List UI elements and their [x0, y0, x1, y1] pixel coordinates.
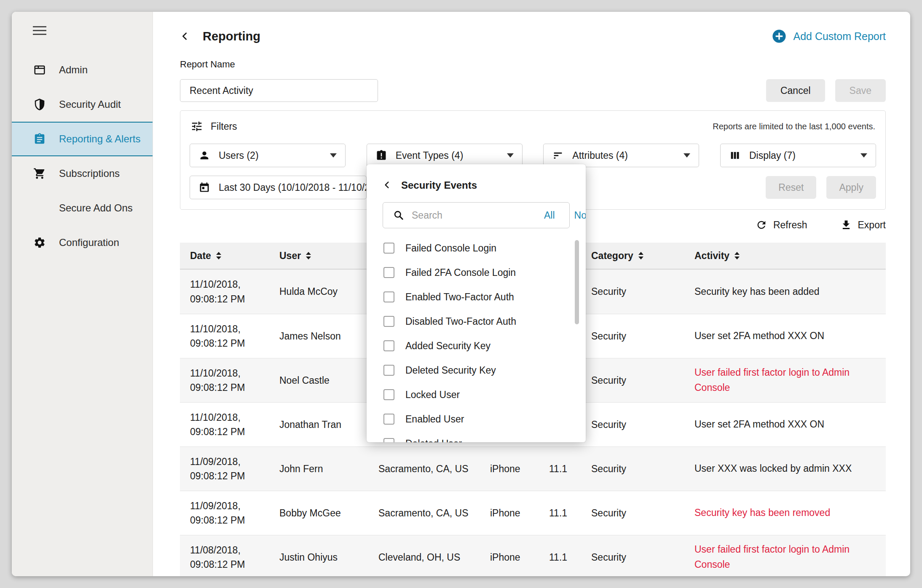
user-icon	[198, 150, 210, 161]
popup-scrollbar[interactable]	[575, 240, 579, 324]
caret-down-icon	[507, 153, 514, 158]
event-type-option[interactable]: Enabled Two-Factor Auth	[367, 285, 586, 309]
refresh-icon	[756, 219, 767, 231]
sidebar-item-reporting-alerts[interactable]: Reporting & Alerts	[12, 122, 153, 156]
main-content: Reporting Add Custom Report Report Name …	[153, 12, 910, 576]
sidebar-item-label: Reporting & Alerts	[59, 133, 140, 145]
checkbox[interactable]	[383, 389, 394, 400]
event-type-option[interactable]: Locked User	[367, 382, 586, 407]
shield-icon	[33, 98, 46, 111]
back-icon[interactable]	[180, 32, 189, 41]
plus-circle-icon	[772, 29, 786, 43]
column-header-category[interactable]: Category	[591, 243, 694, 269]
caret-down-icon	[330, 153, 337, 158]
sidebar-item-security-audit[interactable]: Security Audit	[12, 87, 153, 122]
caret-down-icon	[860, 153, 867, 158]
sidebar-item-subscriptions[interactable]: Subscriptions	[12, 156, 153, 191]
date-range-dropdown[interactable]: Last 30 Days (10/10/2018 - 11/10/20	[190, 176, 367, 199]
sidebar-item-label: Security Audit	[59, 99, 121, 110]
caret-down-icon	[683, 153, 690, 158]
checkbox[interactable]	[383, 243, 394, 254]
sort-icon	[734, 252, 740, 259]
users-filter-dropdown[interactable]: Users (2)	[190, 144, 346, 167]
popup-back-icon[interactable]	[383, 181, 392, 190]
admin-window-icon	[33, 63, 46, 77]
activity-cell-alert: Security key has been removed	[694, 491, 886, 535]
sort-icon	[306, 252, 311, 259]
report-limit-note: Reports are limited to the last 1,000 ev…	[713, 122, 875, 131]
sidebar-item-label: Secure Add Ons	[59, 202, 133, 214]
save-button[interactable]: Save	[835, 79, 886, 102]
event-type-option[interactable]: Disabled Two-Factor Auth	[367, 309, 586, 334]
filters-title: Filters	[211, 121, 237, 132]
event-types-filter-dropdown[interactable]: Event Types (4)	[367, 144, 523, 167]
sidebar-item-label: Admin	[59, 64, 88, 76]
checkbox[interactable]	[383, 291, 394, 302]
cancel-button[interactable]: Cancel	[766, 79, 825, 102]
table-row[interactable]: 11/09/2018,09:08:12 PM Bobby McGee Sacra…	[180, 491, 886, 535]
event-type-option[interactable]: Failed Console Login	[367, 236, 586, 260]
popup-search-box: All None	[383, 202, 570, 228]
report-name-label: Report Name	[180, 59, 886, 70]
activity-cell: User set 2FA method XXX ON	[694, 314, 886, 358]
clipboard-icon	[33, 132, 46, 146]
activity-cell-alert: User failed first factor login to Admin …	[694, 535, 886, 576]
apply-button[interactable]: Apply	[826, 176, 876, 199]
display-filter-dropdown[interactable]: Display (7)	[720, 144, 876, 167]
popup-title: Security Events	[401, 179, 477, 191]
popup-search-input[interactable]	[412, 210, 536, 221]
event-type-option[interactable]: Deleted Security Key	[367, 358, 586, 382]
activity-cell: User XXX was locked by admin XXX	[694, 447, 886, 491]
table-row[interactable]: 11/09/2018,09:08:12 PM John Fern Sacrame…	[180, 446, 886, 491]
sidebar-item-configuration[interactable]: Configuration	[12, 225, 153, 260]
column-header-activity[interactable]: Activity	[694, 243, 886, 269]
cart-icon	[33, 167, 46, 180]
activity-cell-alert: User failed first factor login to Admin …	[694, 358, 886, 402]
checkbox[interactable]	[383, 340, 394, 351]
filter-lines-icon	[552, 150, 564, 161]
column-header-date[interactable]: Date	[180, 243, 279, 269]
download-icon	[840, 219, 852, 231]
attributes-filter-dropdown[interactable]: Attributes (4)	[543, 144, 699, 167]
calendar-icon	[198, 182, 210, 193]
checkbox[interactable]	[383, 267, 394, 278]
columns-icon	[729, 150, 741, 161]
sort-icon	[216, 252, 221, 259]
event-type-option[interactable]: Deleted User	[367, 431, 586, 442]
sliders-icon	[190, 120, 203, 133]
gear-icon	[33, 236, 46, 249]
sidebar: Admin Security Audit Reporting & Alerts …	[12, 12, 153, 576]
checkbox[interactable]	[383, 365, 394, 376]
activity-cell: User set 2FA method XXX ON	[694, 403, 886, 446]
export-button[interactable]: Export	[840, 219, 886, 231]
select-all-link[interactable]: All	[544, 210, 555, 221]
checkbox[interactable]	[383, 414, 394, 425]
hamburger-menu-icon[interactable]	[33, 26, 46, 35]
checkbox[interactable]	[383, 316, 394, 327]
grid-icon	[33, 201, 46, 215]
sidebar-item-admin[interactable]: Admin	[12, 53, 153, 87]
refresh-button[interactable]: Refresh	[756, 219, 807, 231]
event-type-list: Failed Console Login Failed 2FA Console …	[367, 236, 586, 442]
event-type-option[interactable]: Failed 2FA Console Login	[367, 260, 586, 285]
page-title: Reporting	[203, 29, 260, 43]
activity-cell: Security key has been added	[694, 270, 886, 314]
checkbox[interactable]	[383, 438, 394, 442]
table-row[interactable]: 11/08/2018,09:08:12 PM Justin Ohiyus Cle…	[180, 535, 886, 576]
event-type-option[interactable]: Added Security Key	[367, 334, 586, 358]
report-name-input[interactable]	[180, 79, 378, 102]
security-events-popup: Security Events All None Failed Console …	[367, 164, 586, 442]
event-type-option[interactable]: Enabled User	[367, 407, 586, 431]
reset-button[interactable]: Reset	[766, 176, 816, 199]
app-window: Admin Security Audit Reporting & Alerts …	[12, 12, 910, 576]
select-none-link[interactable]: None	[574, 210, 586, 221]
sidebar-item-secure-add-ons[interactable]: Secure Add Ons	[12, 191, 153, 225]
sort-icon	[638, 252, 643, 259]
sidebar-nav: Admin Security Audit Reporting & Alerts …	[12, 53, 153, 260]
clipboard-alert-icon	[375, 150, 387, 161]
search-icon	[393, 210, 404, 221]
add-custom-report-button[interactable]: Add Custom Report	[772, 29, 886, 43]
sidebar-item-label: Subscriptions	[59, 168, 120, 179]
column-header-user[interactable]: User	[279, 243, 378, 269]
sidebar-item-label: Configuration	[59, 237, 119, 249]
